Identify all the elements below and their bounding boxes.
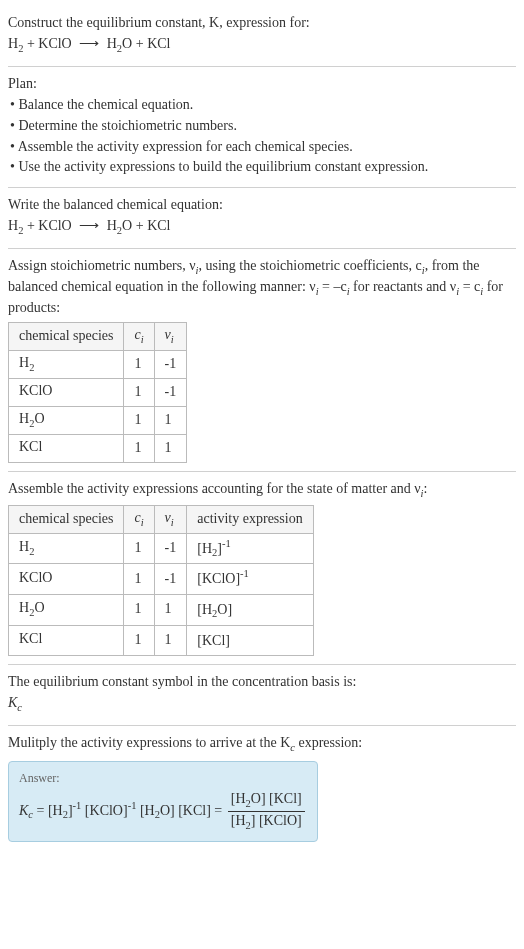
plan-bullet-1: • Balance the chemical equation. xyxy=(8,96,516,115)
arrow-icon: ⟶ xyxy=(75,218,103,233)
species-kcl: KCl xyxy=(147,36,170,51)
cell-species: H2 xyxy=(9,350,124,378)
activity-section: Assemble the activity expressions accoun… xyxy=(8,472,516,665)
species-kclo: KClO xyxy=(38,218,71,233)
assign-section: Assign stoichiometric numbers, νi, using… xyxy=(8,249,516,472)
species-h2o: H2O xyxy=(107,36,133,51)
intro-text: Construct the equilibrium constant, K, e… xyxy=(8,15,310,30)
cell-c: 1 xyxy=(124,533,154,564)
cell-c: 1 xyxy=(124,625,154,656)
plan-bullet-4: • Use the activity expressions to build … xyxy=(8,158,516,177)
cell-species: KCl xyxy=(9,434,124,462)
fraction: [H2O] [KCl] [H2] [KClO] xyxy=(228,790,305,833)
plan-bullet-3: • Assemble the activity expression for e… xyxy=(8,138,516,157)
activity-title: Assemble the activity expressions accoun… xyxy=(8,480,516,501)
species-kcl: KCl xyxy=(147,218,170,233)
arrow-icon: ⟶ xyxy=(75,36,103,51)
cell-activity: [H2]-1 xyxy=(187,533,313,564)
cell-species: H2 xyxy=(9,533,124,564)
cell-c: 1 xyxy=(124,378,154,406)
cell-c: 1 xyxy=(124,350,154,378)
plan-bullet-2: • Determine the stoichiometric numbers. xyxy=(8,117,516,136)
activity-table: chemical species ci νi activity expressi… xyxy=(8,505,314,656)
cell-v: 1 xyxy=(154,406,187,434)
cell-v: -1 xyxy=(154,533,187,564)
col-c: ci xyxy=(124,323,154,351)
table-row: H2 1 -1 xyxy=(9,350,187,378)
answer-box: Answer: Kc = [H2]-1 [KClO]-1 [H2O] [KCl]… xyxy=(8,761,318,842)
plan-title: Plan: xyxy=(8,75,516,94)
intro-equation: H2 + KClO ⟶ H2O + KCl xyxy=(8,35,516,56)
species-h2o: H2O xyxy=(107,218,133,233)
assign-text: Assign stoichiometric numbers, νi, using… xyxy=(8,257,516,318)
cell-v: -1 xyxy=(154,350,187,378)
stoich-table: chemical species ci νi H2 1 -1 KClO 1 -1… xyxy=(8,322,187,463)
table-row: H2O 1 1 xyxy=(9,406,187,434)
symbol-line1: The equilibrium constant symbol in the c… xyxy=(8,673,516,692)
cell-c: 1 xyxy=(124,406,154,434)
symbol-section: The equilibrium constant symbol in the c… xyxy=(8,665,516,726)
intro-section: Construct the equilibrium constant, K, e… xyxy=(8,6,516,67)
fraction-numerator: [H2O] [KCl] xyxy=(228,790,305,812)
answer-label: Answer: xyxy=(19,770,307,786)
cell-v: 1 xyxy=(154,434,187,462)
balanced-section: Write the balanced chemical equation: H2… xyxy=(8,188,516,249)
cell-v: 1 xyxy=(154,625,187,656)
col-c: ci xyxy=(124,505,154,533)
cell-v: -1 xyxy=(154,378,187,406)
cell-activity: [KClO]-1 xyxy=(187,564,313,595)
cell-species: KClO xyxy=(9,378,124,406)
table-row: H2O 1 1 [H2O] xyxy=(9,595,314,626)
balanced-title: Write the balanced chemical equation: xyxy=(8,196,516,215)
col-v: νi xyxy=(154,505,187,533)
cell-c: 1 xyxy=(124,595,154,626)
table-row: KCl 1 1 xyxy=(9,434,187,462)
cell-v: -1 xyxy=(154,564,187,595)
col-species: chemical species xyxy=(9,505,124,533)
plan-section: Plan: • Balance the chemical equation. •… xyxy=(8,67,516,188)
balanced-equation: H2 + KClO ⟶ H2O + KCl xyxy=(8,217,516,238)
cell-activity: [KCl] xyxy=(187,625,313,656)
intro-line1: Construct the equilibrium constant, K, e… xyxy=(8,14,516,33)
table-row: H2 1 -1 [H2]-1 xyxy=(9,533,314,564)
cell-species: KClO xyxy=(9,564,124,595)
col-activity: activity expression xyxy=(187,505,313,533)
table-header-row: chemical species ci νi activity expressi… xyxy=(9,505,314,533)
cell-species: H2O xyxy=(9,406,124,434)
species-kclo: KClO xyxy=(38,36,71,51)
cell-species: H2O xyxy=(9,595,124,626)
col-v: νi xyxy=(154,323,187,351)
cell-c: 1 xyxy=(124,564,154,595)
final-section: Mulitply the activity expressions to arr… xyxy=(8,726,516,850)
fraction-denominator: [H2] [KClO] xyxy=(228,812,305,833)
table-row: KClO 1 -1 [KClO]-1 xyxy=(9,564,314,595)
table-row: KClO 1 -1 xyxy=(9,378,187,406)
table-row: KCl 1 1 [KCl] xyxy=(9,625,314,656)
species-h2: H2 xyxy=(8,218,23,233)
cell-c: 1 xyxy=(124,434,154,462)
cell-activity: [H2O] xyxy=(187,595,313,626)
cell-v: 1 xyxy=(154,595,187,626)
answer-expression: Kc = [H2]-1 [KClO]-1 [H2O] [KCl] = [H2O]… xyxy=(19,790,307,833)
col-species: chemical species xyxy=(9,323,124,351)
symbol-kc: Kc xyxy=(8,694,516,715)
cell-species: KCl xyxy=(9,625,124,656)
final-title: Mulitply the activity expressions to arr… xyxy=(8,734,516,755)
table-header-row: chemical species ci νi xyxy=(9,323,187,351)
species-h2: H2 xyxy=(8,36,23,51)
